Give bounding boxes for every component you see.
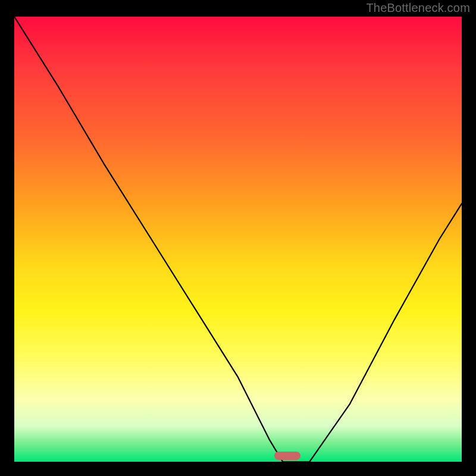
watermark-text: TheBottleneck.com xyxy=(366,1,470,15)
plot-area xyxy=(14,17,462,462)
bottleneck-curve xyxy=(14,17,462,462)
minimum-marker xyxy=(274,452,300,460)
chart-frame: TheBottleneck.com xyxy=(0,0,476,476)
